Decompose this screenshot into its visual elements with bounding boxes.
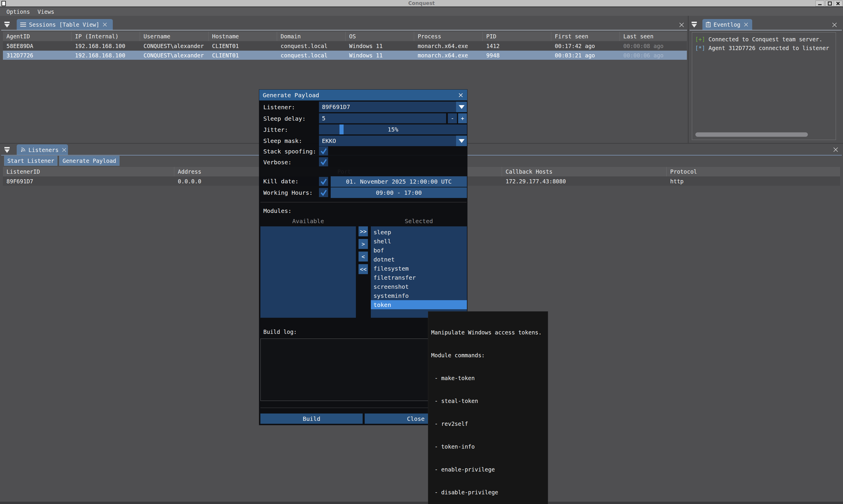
- cell-first-seen: 00:03:21 ago: [551, 51, 620, 60]
- listener-combobox[interactable]: 89F691D7: [319, 102, 467, 112]
- listeners-panel-close-icon[interactable]: [832, 146, 839, 153]
- window-title: Conquest: [0, 0, 843, 6]
- module-item-sleep[interactable]: sleep: [371, 228, 467, 237]
- tab-eventlog-close-icon[interactable]: [743, 22, 749, 27]
- working-hours-checkbox[interactable]: [319, 188, 328, 197]
- col-first-seen[interactable]: First seen: [551, 32, 620, 41]
- menu-views[interactable]: Views: [35, 8, 57, 16]
- build-button[interactable]: Build: [261, 414, 363, 424]
- sleep-delay-input[interactable]: 5: [319, 113, 446, 123]
- sleep-delay-decrement-button[interactable]: -: [448, 113, 457, 123]
- close-icon: [836, 1, 840, 5]
- event-text: Connected to Conquest team server.: [709, 36, 823, 42]
- checkmark-icon: [320, 158, 327, 166]
- dialog-close-icon[interactable]: [458, 92, 464, 98]
- menu-options[interactable]: Options: [3, 8, 33, 16]
- module-item-bof[interactable]: bof: [371, 246, 467, 255]
- panel-float-icon[interactable]: [3, 146, 11, 154]
- token-module-tooltip: Manipulate Windows access tokens. Module…: [428, 311, 548, 504]
- cell-agentid: 312D7726: [3, 51, 71, 60]
- title-bar: Conquest: [0, 0, 843, 7]
- eventlog-output[interactable]: [+] Connected to Conquest team server. […: [692, 32, 836, 140]
- tab-listeners[interactable]: Listeners: [17, 144, 68, 155]
- jitter-label: Jitter:: [263, 126, 288, 133]
- checkmark-icon: [320, 147, 327, 155]
- tab-sessions-table-view[interactable]: Sessions [Table View]: [17, 19, 113, 30]
- module-item-token[interactable]: token: [371, 300, 467, 309]
- tooltip-line: Manipulate Windows access tokens.: [431, 328, 545, 336]
- session-row-312D7726[interactable]: 312D7726 192.168.168.100 CONQUEST\alexan…: [3, 51, 687, 60]
- start-listener-button[interactable]: Start Listener: [4, 156, 57, 166]
- col-domain[interactable]: Domain: [277, 32, 346, 41]
- sleep-mask-label: Sleep mask:: [263, 137, 302, 144]
- selected-modules-list[interactable]: sleep shell bof dotnet filesystem filetr…: [371, 227, 467, 318]
- tooltip-line: - disable-privilege: [431, 488, 545, 496]
- move-left-button[interactable]: <: [359, 252, 368, 262]
- separator: [261, 202, 467, 202]
- col-protocol[interactable]: Protocol: [667, 167, 840, 176]
- cell-domain: conquest.local: [277, 41, 346, 50]
- module-item-filetransfer[interactable]: filetransfer: [371, 273, 467, 282]
- verbose-checkbox[interactable]: [319, 157, 328, 166]
- sleep-mask-dropdown-button[interactable]: [456, 136, 467, 146]
- kill-date-field[interactable]: 01. November 2025 12:00:00 UTC: [331, 176, 467, 187]
- cell-protocol: http: [667, 177, 840, 186]
- col-pid[interactable]: PID: [483, 32, 551, 41]
- eventlog-icon: [706, 22, 711, 27]
- col-last-seen[interactable]: Last seen: [620, 32, 687, 41]
- module-item-dotnet[interactable]: dotnet: [371, 255, 467, 264]
- maximize-button[interactable]: [825, 1, 834, 6]
- col-listenerid[interactable]: ListenerID: [3, 167, 174, 176]
- tab-sessions-close-icon[interactable]: [102, 22, 108, 27]
- cell-ip: 192.168.168.100: [71, 51, 140, 60]
- sessions-table-header: AgentID IP (Internal) Username Hostname …: [3, 32, 687, 41]
- kill-date-checkbox[interactable]: [319, 177, 328, 186]
- move-all-left-button[interactable]: <<: [359, 264, 368, 274]
- sleep-mask-combobox[interactable]: EKKO: [319, 136, 467, 146]
- window-bottom-edge: [0, 502, 843, 504]
- listener-dropdown-button[interactable]: [456, 102, 467, 112]
- working-hours-field[interactable]: 09:00 - 17:00: [331, 187, 467, 198]
- col-callback-hosts[interactable]: Callback Hosts: [502, 167, 667, 176]
- col-username[interactable]: Username: [140, 32, 209, 41]
- cell-first-seen: 00:17:42 ago: [551, 41, 620, 50]
- stack-spoofing-checkbox[interactable]: [319, 146, 328, 156]
- minimize-icon: [818, 1, 822, 5]
- module-item-shell[interactable]: shell: [371, 237, 467, 246]
- col-hostname[interactable]: Hostname: [209, 32, 277, 41]
- move-right-button[interactable]: >: [359, 239, 368, 249]
- eventlog-panel-close-icon[interactable]: [831, 22, 838, 28]
- tab-eventlog-label: Eventlog: [714, 21, 740, 28]
- module-item-filesystem[interactable]: filesystem: [371, 264, 467, 273]
- eventlog-line: [*] Agent 312D7726 connected to listener: [695, 43, 833, 52]
- close-window-button[interactable]: [833, 1, 842, 6]
- dialog-title-bar[interactable]: Generate Payload: [259, 90, 467, 101]
- checkmark-icon: [320, 178, 327, 185]
- col-os[interactable]: OS: [346, 32, 414, 41]
- sleep-delay-increment-button[interactable]: +: [458, 113, 467, 123]
- generate-payload-button[interactable]: Generate Payload: [59, 156, 120, 166]
- session-row-58EE89DA[interactable]: 58EE89DA 192.168.168.100 CONQUEST\alexan…: [3, 41, 687, 50]
- jitter-slider[interactable]: 15%: [319, 124, 467, 134]
- panel-float-icon[interactable]: [3, 21, 11, 28]
- col-agentid[interactable]: AgentID: [3, 32, 71, 41]
- tooltip-line: - enable-privilege: [431, 466, 545, 473]
- panel-float-icon[interactable]: [691, 21, 698, 28]
- available-modules-list[interactable]: [261, 227, 356, 318]
- eventlog-horizontal-scrollbar[interactable]: [695, 132, 808, 137]
- move-all-right-button[interactable]: >>: [359, 227, 368, 236]
- col-ip[interactable]: IP (Internal): [71, 32, 140, 41]
- module-item-screenshot[interactable]: screenshot: [371, 282, 467, 291]
- tab-listeners-close-icon[interactable]: [61, 147, 67, 152]
- cell-domain: conquest.local: [277, 51, 346, 60]
- minimize-button[interactable]: [815, 1, 824, 6]
- module-item-systeminfo[interactable]: systeminfo: [371, 291, 467, 300]
- maximize-icon: [828, 1, 832, 5]
- tooltip-line: - token-info: [431, 443, 545, 450]
- jitter-value: 15%: [319, 124, 467, 134]
- sessions-panel-close-icon[interactable]: [678, 22, 685, 28]
- col-process[interactable]: Process: [414, 32, 483, 41]
- tab-eventlog[interactable]: Eventlog: [702, 19, 752, 30]
- cell-username: CONQUEST\alexander: [140, 51, 209, 60]
- vertical-splitter[interactable]: [688, 16, 689, 143]
